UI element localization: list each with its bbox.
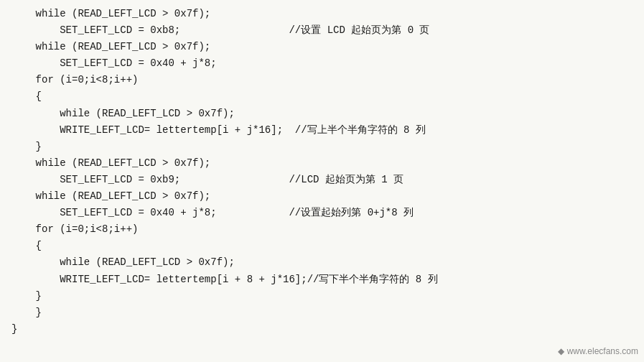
code-line: while (READ_LEFT_LCD > 0x7f); bbox=[11, 106, 633, 122]
code-line: WRITE_LEFT_LCD= lettertemp[i + 8 + j*16]… bbox=[11, 272, 633, 288]
code-line: while (READ_LEFT_LCD > 0x7f); bbox=[11, 254, 633, 271]
code-line: SET_LEFT_LCD = 0xb8; //设置 LCD 起始页为第 0 页 bbox=[11, 22, 633, 39]
code-line: } bbox=[11, 305, 633, 321]
code-line: SET_LEFT_LCD = 0xb9; //LCD 起始页为第 1 页 bbox=[11, 172, 633, 188]
code-container: while (READ_LEFT_LCD > 0x7f); SET_LEFT_L… bbox=[0, 0, 644, 362]
code-line: } bbox=[11, 321, 633, 338]
code-line: while (READ_LEFT_LCD > 0x7f); bbox=[11, 155, 633, 172]
code-line: SET_LEFT_LCD = 0x40 + j*8; bbox=[11, 55, 633, 72]
code-line: while (READ_LEFT_LCD > 0x7f); bbox=[11, 6, 633, 22]
code-line: while (READ_LEFT_LCD > 0x7f); bbox=[11, 188, 633, 205]
code-line: while (READ_LEFT_LCD > 0x7f); bbox=[11, 39, 633, 55]
code-line: } bbox=[11, 288, 633, 305]
code-line: for (i=0;i<8;i++) bbox=[11, 72, 633, 88]
code-block: while (READ_LEFT_LCD > 0x7f); SET_LEFT_L… bbox=[11, 6, 633, 338]
code-line: { bbox=[11, 88, 633, 105]
code-line: { bbox=[11, 238, 633, 254]
watermark: ◆ www.elecfans.com bbox=[558, 346, 638, 356]
code-line: for (i=0;i<8;i++) bbox=[11, 221, 633, 238]
code-line: } bbox=[11, 139, 633, 155]
code-line: WRITE_LEFT_LCD= lettertemp[i + j*16]; //… bbox=[11, 122, 633, 139]
code-line: SET_LEFT_LCD = 0x40 + j*8; //设置起始列第 0+j*… bbox=[11, 205, 633, 221]
